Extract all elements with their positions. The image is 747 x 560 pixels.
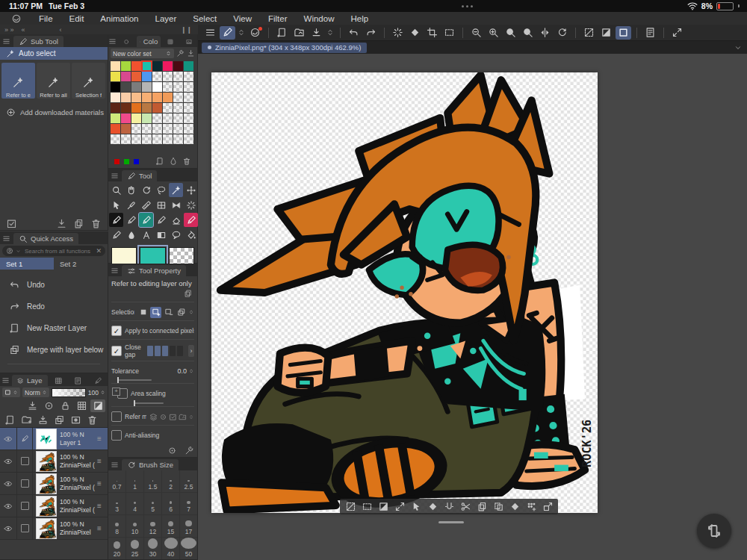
brush-size-30[interactable]: 30 — [144, 538, 162, 560]
color-swatch[interactable] — [173, 72, 183, 81]
color-swatch[interactable] — [163, 134, 173, 144]
chevron-icon[interactable] — [188, 309, 194, 315]
layer-visibility-toggle[interactable] — [0, 495, 17, 517]
menu-window[interactable]: Window — [304, 14, 335, 23]
edit-set-wrench-icon[interactable] — [176, 49, 185, 57]
brush-size-0.7[interactable]: 0.7 — [108, 470, 126, 493]
color-swatch[interactable] — [121, 72, 131, 81]
merge-down-icon[interactable] — [52, 414, 66, 426]
airbrush-tool[interactable] — [154, 213, 168, 227]
brush-size-8[interactable]: 8 — [108, 515, 126, 538]
lasso-tool[interactable] — [154, 183, 168, 197]
main-color-chip[interactable] — [111, 247, 137, 265]
symmetry-tool[interactable] — [169, 198, 183, 212]
layer-checkbox[interactable] — [17, 473, 33, 494]
color-swatch[interactable] — [184, 93, 193, 102]
brush-size-6[interactable]: 6 — [162, 493, 180, 515]
layer-visibility-toggle[interactable] — [0, 517, 17, 539]
editing-pen-icon[interactable] — [17, 428, 33, 449]
import-icon[interactable] — [56, 218, 67, 229]
sub-tool-refer-to-all[interactable]: Refer to all — [37, 63, 70, 99]
folder-icon[interactable] — [179, 413, 187, 421]
zoom-fit-button[interactable] — [503, 26, 518, 40]
color-swatch[interactable] — [184, 134, 193, 144]
lock-transparent-icon[interactable] — [74, 399, 89, 412]
tab-color-wheel[interactable] — [118, 36, 134, 47]
mode-add-icon[interactable] — [150, 307, 161, 318]
zoom-in-button[interactable] — [486, 26, 501, 40]
move-selection-button[interactable] — [409, 500, 424, 513]
color-swatch[interactable] — [173, 113, 183, 123]
flip-view-button[interactable] — [537, 26, 553, 40]
gradient-tool[interactable] — [154, 228, 168, 242]
opacity-value[interactable]: 100 — [88, 388, 105, 397]
lock-layer-icon[interactable] — [58, 399, 72, 412]
edit-pen-button[interactable] — [220, 26, 235, 40]
app-logo-icon[interactable] — [10, 13, 22, 24]
color-swatch[interactable] — [131, 134, 141, 144]
color-swatch[interactable] — [173, 93, 183, 102]
ruler-tool[interactable] — [139, 198, 153, 212]
color-swatch[interactable] — [152, 103, 162, 113]
palette-menu-icon[interactable] — [0, 375, 10, 386]
open-folder-button[interactable] — [291, 26, 307, 40]
expand-plus-icon[interactable]: + — [112, 388, 120, 396]
color-swatch[interactable] — [184, 61, 193, 71]
replace-swatch-icon[interactable] — [169, 157, 178, 166]
menu-edit[interactable]: Edit — [69, 14, 84, 23]
red-channel-swatch[interactable] — [114, 159, 120, 164]
layer-checkbox[interactable] — [17, 517, 33, 539]
expand-dock-icon[interactable]: « — [22, 26, 25, 34]
reset-rotate-button[interactable] — [554, 26, 570, 40]
color-swatch[interactable] — [142, 61, 152, 71]
search-input[interactable] — [23, 247, 93, 255]
color-swatch[interactable] — [131, 93, 141, 102]
pastel-tool[interactable] — [109, 228, 123, 242]
color-swatch[interactable] — [121, 124, 131, 134]
invert-selection-button[interactable] — [376, 500, 391, 513]
tab-layer-search[interactable] — [69, 375, 87, 386]
fill-outside-button[interactable] — [441, 500, 456, 513]
color-swatch[interactable] — [184, 103, 193, 113]
color-swatch[interactable] — [163, 82, 173, 92]
sub-tool-selection-f[interactable]: Selection f — [72, 63, 105, 99]
menu-button[interactable] — [202, 26, 218, 40]
eyedropper-tool[interactable] — [124, 198, 138, 212]
anti-aliasing-row[interactable]: Anti-aliasing — [111, 425, 194, 441]
undo-button[interactable] — [346, 26, 362, 40]
dock-pin-icon[interactable]: ❙❙ — [181, 26, 192, 34]
layer-visibility-toggle[interactable] — [0, 450, 17, 472]
color-set-dropdown[interactable]: New color set — [111, 49, 174, 58]
search-field[interactable]: ✕ — [2, 246, 105, 256]
clear-button[interactable] — [407, 26, 423, 40]
layer-row[interactable]: 100 % NZinniaPixel (≡ — [0, 473, 108, 495]
clip-at-layer-icon[interactable] — [25, 399, 40, 412]
tab-layer-property[interactable] — [49, 375, 68, 386]
delete-swatch-icon[interactable] — [182, 157, 191, 166]
color-swatch[interactable] — [173, 82, 183, 92]
color-swatch[interactable] — [121, 82, 131, 92]
color-swatch[interactable] — [111, 72, 120, 81]
processing-button[interactable] — [390, 26, 406, 40]
color-swatch[interactable] — [121, 103, 131, 113]
layer-checkbox[interactable] — [17, 495, 33, 517]
new-file-button[interactable] — [274, 26, 290, 40]
deselect-slash-button[interactable] — [343, 500, 358, 513]
collapse-dock-icon[interactable]: » » — [4, 26, 14, 34]
eraser-tool[interactable] — [169, 213, 183, 227]
checkbox-unchecked-icon[interactable] — [111, 411, 122, 422]
add-downloaded-materials[interactable]: Add downloaded materials — [0, 102, 108, 117]
tab-list-chevron-icon[interactable] — [734, 43, 743, 52]
area-scaling-slider[interactable] — [134, 402, 164, 404]
frame-border-tool[interactable] — [154, 198, 168, 212]
clear-search-icon[interactable]: ✕ — [96, 247, 102, 255]
checkbox-checked-icon[interactable]: ✓ — [111, 326, 122, 336]
color-swatch[interactable] — [121, 61, 131, 71]
pencil-tool[interactable] — [124, 213, 138, 227]
reference-icon[interactable] — [159, 413, 167, 421]
brush-size-12[interactable]: 12 — [144, 515, 162, 538]
tab-color-set[interactable]: Colo — [137, 36, 161, 47]
auto-select-tool[interactable] — [169, 183, 183, 197]
brush-size-25[interactable]: 25 — [126, 538, 144, 560]
color-swatch[interactable] — [152, 124, 162, 134]
